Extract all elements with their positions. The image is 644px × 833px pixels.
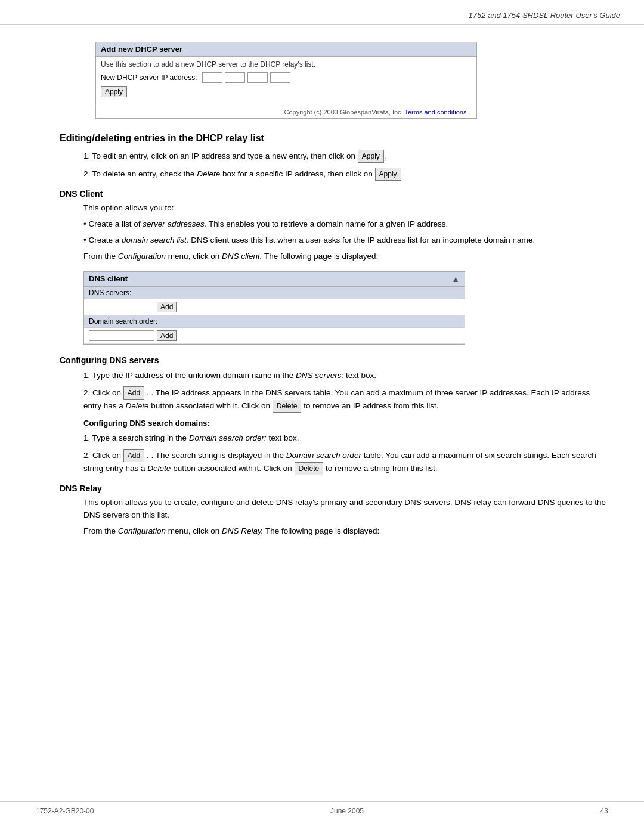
section2-heading: DNS Client (60, 189, 608, 199)
section4-heading: DNS Relay (60, 484, 608, 493)
section3-item2: 2. Click on Add . . The IP address appea… (83, 386, 608, 413)
page-footer: 1752-A2-GB20-00 June 2005 43 (0, 801, 644, 815)
scroll-icon: ▲ (451, 274, 460, 284)
footer-center: June 2005 (330, 807, 364, 815)
domain-search-input[interactable] (89, 330, 154, 341)
delete-button-inline-2[interactable]: Delete (295, 462, 324, 475)
ip-segment-1[interactable] (202, 72, 222, 83)
ip-segment-2[interactable] (225, 72, 245, 83)
section3-heading: Configuring DNS servers (60, 355, 608, 365)
section3-item1: 1. Type the IP address of the unknown do… (83, 370, 608, 382)
domain-search-add-button[interactable]: Add (157, 330, 177, 341)
delete-button-inline-1[interactable]: Delete (273, 400, 302, 413)
apply-button-inline-1[interactable]: Apply (358, 150, 384, 163)
add-button-inline-1[interactable]: Add (123, 386, 144, 400)
main-content: Add new DHCP server Use this section to … (0, 25, 644, 565)
dhcp-apply-button[interactable]: Apply (101, 86, 127, 97)
dhcp-box-description: Use this section to add a new DHCP serve… (101, 60, 472, 69)
ip-segment-4[interactable] (270, 72, 290, 83)
section3-sub-item2: 2. Click on Add . . The search string is… (83, 449, 608, 475)
dns-servers-add-button[interactable]: Add (157, 302, 177, 312)
section2-bullet2: • Create a domain search list. DNS clien… (83, 234, 608, 247)
section2-from-text: From the Configuration menu, click on DN… (83, 250, 608, 263)
dns-client-box: DNS client ▲ DNS servers: Add Domain sea… (83, 271, 465, 345)
section4-para1: This option allows you to create, config… (83, 497, 608, 522)
dhcp-box-title: Add new DHCP server (96, 42, 476, 57)
dhcp-ip-label: New DHCP server IP address: (101, 73, 197, 82)
dhcp-box-footer: Copyright (c) 2003 GlobespanVirata, Inc.… (96, 106, 476, 118)
footer-left: 1752-A2-GB20-00 (36, 807, 94, 815)
domain-search-input-row: Add (84, 328, 465, 344)
domain-search-label: Domain search order: (84, 315, 465, 328)
add-button-inline-2[interactable]: Add (123, 449, 144, 462)
dhcp-server-box: Add new DHCP server Use this section to … (95, 42, 477, 119)
header-title: 1752 and 1754 SHDSL Router User's Guide (469, 11, 620, 20)
dhcp-ip-row: New DHCP server IP address: (101, 72, 472, 83)
section3-subheading: Configuring DNS search domains: (83, 419, 608, 428)
section1-item1: 1. To edit an entry, click on an IP addr… (83, 150, 608, 163)
ip-segment-3[interactable] (247, 72, 268, 83)
footer-right: 43 (600, 807, 608, 815)
section2-bullet1: • Create a list of server addresses. Thi… (83, 218, 608, 231)
section3-sub-item1: 1. Type a search string in the Domain se… (83, 432, 608, 444)
terms-link[interactable]: Terms and conditions (404, 109, 466, 116)
apply-button-inline-2[interactable]: Apply (375, 168, 401, 181)
section2-para1: This option allows you to: (83, 202, 608, 215)
dhcp-box-body: Use this section to add a new DHCP serve… (96, 57, 476, 103)
dns-servers-input-row: Add (84, 299, 465, 315)
dns-server-input[interactable] (89, 302, 154, 312)
dns-servers-label: DNS servers: (84, 287, 465, 299)
section4-from-text: From the Configuration menu, click on DN… (83, 525, 608, 538)
section1-item2: 2. To delete an entry, check the Delete … (83, 168, 608, 181)
page-header: 1752 and 1754 SHDSL Router User's Guide (0, 0, 644, 25)
section1-heading: Editing/deleting entries in the DHCP rel… (60, 133, 608, 144)
dns-client-box-title: DNS client ▲ (84, 272, 465, 287)
